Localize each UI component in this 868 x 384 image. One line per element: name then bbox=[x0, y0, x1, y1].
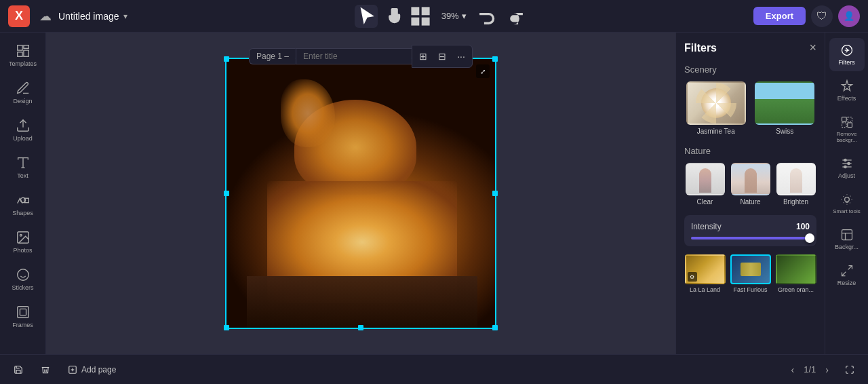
close-panel-button[interactable]: × bbox=[809, 41, 816, 55]
rt-label-effects: Effects bbox=[837, 95, 856, 102]
filter-name-brighten: Brighten bbox=[783, 198, 808, 206]
center-tools: 39% ▾ bbox=[355, 5, 526, 28]
rt-item-effects[interactable]: Effects bbox=[829, 74, 865, 107]
intensity-value: 100 bbox=[796, 222, 810, 231]
zoom-selector[interactable]: 39% ▾ bbox=[436, 8, 472, 24]
filter-item-lalaland[interactable]: ⚙ La La Land bbox=[684, 254, 726, 293]
sidebar-item-stickers[interactable]: Stickers bbox=[4, 262, 42, 296]
filter-item-brighten[interactable]: Brighten bbox=[775, 163, 816, 206]
svg-point-28 bbox=[844, 166, 846, 168]
app-logo[interactable]: X bbox=[8, 5, 30, 27]
filter-thumb-brighten[interactable] bbox=[776, 163, 816, 195]
svg-rect-21 bbox=[842, 123, 846, 128]
rt-item-filters[interactable]: Filters bbox=[829, 38, 865, 71]
rt-item-smart-tools[interactable]: Smart tools bbox=[829, 187, 865, 220]
page-indicator: 1/1 bbox=[804, 364, 816, 375]
filter-item-furious[interactable]: Fast Furious bbox=[730, 254, 771, 293]
intensity-label: Intensity bbox=[691, 222, 722, 231]
intensity-slider-fill bbox=[691, 237, 810, 239]
delete-button[interactable] bbox=[35, 362, 56, 377]
title-chevron-icon[interactable]: ▾ bbox=[123, 12, 127, 21]
handle-bottom-mid[interactable] bbox=[358, 325, 363, 330]
svg-rect-5 bbox=[23, 45, 28, 49]
sidebar-item-photos[interactable]: Photos bbox=[4, 225, 42, 259]
rt-item-adjust[interactable]: Adjust bbox=[829, 151, 865, 185]
sidebar-item-text[interactable]: Text bbox=[4, 150, 42, 185]
export-button[interactable]: Export bbox=[753, 7, 806, 25]
redo-button[interactable] bbox=[503, 5, 526, 28]
expand-icon[interactable]: ⤢ bbox=[476, 64, 490, 78]
layout-tool-button[interactable] bbox=[409, 5, 432, 28]
rt-label-filters: Filters bbox=[838, 59, 855, 66]
sidebar-item-design[interactable]: Design bbox=[4, 75, 42, 110]
fullscreen-button[interactable] bbox=[840, 362, 860, 377]
filter-item-swiss[interactable]: Swiss bbox=[753, 81, 817, 135]
sidebar-item-upload[interactable]: Upload bbox=[4, 113, 42, 147]
handle-mid-right[interactable] bbox=[492, 191, 498, 196]
save-button[interactable] bbox=[8, 362, 28, 377]
handle-top-left[interactable] bbox=[224, 56, 229, 62]
filter-name-furious: Fast Furious bbox=[733, 286, 767, 293]
filter-item-green[interactable]: Green oran... bbox=[775, 254, 816, 293]
rt-item-remove-bg[interactable]: Remove backgr... bbox=[829, 110, 865, 149]
canvas-content[interactable]: ⤢ bbox=[46, 33, 675, 354]
intensity-header: Intensity 100 bbox=[691, 222, 810, 231]
filters-panel: Filters × Scenery Jasmine Tea bbox=[675, 33, 825, 354]
page-label: Page 1 – bbox=[249, 48, 296, 64]
rt-label-smart-tools: Smart tools bbox=[833, 208, 860, 214]
svg-rect-0 bbox=[411, 7, 419, 15]
page-crop-button[interactable]: ⊞ bbox=[414, 47, 433, 66]
user-avatar[interactable]: 👤 bbox=[838, 5, 860, 27]
sidebar-item-design-label: Design bbox=[13, 98, 32, 104]
rt-label-resize: Resize bbox=[837, 280, 856, 286]
svg-point-29 bbox=[844, 197, 849, 202]
handle-top-right[interactable] bbox=[492, 56, 498, 62]
intensity-slider-track[interactable] bbox=[691, 237, 810, 239]
sidebar-item-shapes[interactable]: Shapes bbox=[4, 187, 42, 222]
topbar: X ☁ Untitled image ▾ 39% ▾ Export 🛡 👤 bbox=[0, 0, 868, 33]
filter-thumb-swiss[interactable] bbox=[755, 81, 814, 125]
page-title-input[interactable] bbox=[296, 48, 412, 64]
select-tool-button[interactable] bbox=[355, 5, 378, 28]
document-title: Untitled image bbox=[58, 11, 119, 22]
undo-button[interactable] bbox=[476, 5, 499, 28]
image-frame[interactable]: ⤢ bbox=[225, 58, 496, 329]
page-more-button[interactable]: ··· bbox=[452, 47, 471, 66]
prev-page-button[interactable]: ‹ bbox=[787, 363, 799, 377]
sidebar-item-templates[interactable]: Templates bbox=[4, 38, 42, 73]
add-page-button[interactable]: Add page bbox=[62, 362, 121, 377]
filter-item-jasmine[interactable]: Jasmine Tea bbox=[684, 81, 748, 135]
handle-mid-left[interactable] bbox=[224, 191, 229, 196]
svg-rect-22 bbox=[847, 123, 852, 128]
svg-rect-1 bbox=[421, 7, 429, 15]
cloud-icon: ☁ bbox=[39, 9, 52, 24]
rt-item-resize[interactable]: Resize bbox=[829, 258, 865, 292]
filter-thumb-lalaland[interactable]: ⚙ bbox=[685, 254, 726, 284]
filter-name-green: Green oran... bbox=[778, 286, 814, 293]
handle-bottom-right[interactable] bbox=[492, 325, 498, 330]
sidebar-item-photos-label: Photos bbox=[13, 247, 32, 254]
filter-item-clear[interactable]: Clear bbox=[684, 163, 726, 206]
hand-tool-button[interactable] bbox=[382, 5, 405, 28]
filter-thumb-furious[interactable] bbox=[730, 254, 771, 284]
intensity-slider-thumb[interactable] bbox=[805, 233, 814, 243]
filter-item-nature[interactable]: Nature bbox=[730, 163, 771, 206]
filter-thumb-jasmine[interactable] bbox=[686, 81, 746, 125]
rt-item-backgr[interactable]: Backgr... bbox=[829, 223, 865, 256]
title-area: Untitled image ▾ bbox=[58, 11, 127, 22]
page-grid-button[interactable]: ⊟ bbox=[433, 47, 452, 66]
panel-title: Filters bbox=[684, 42, 717, 54]
filter-thumb-clear[interactable] bbox=[686, 163, 725, 195]
filter-name-nature: Nature bbox=[740, 198, 760, 206]
settings-overlay-icon: ⚙ bbox=[688, 272, 697, 282]
shield-icon[interactable]: 🛡 bbox=[811, 5, 833, 27]
filter-thumb-green[interactable] bbox=[776, 254, 816, 284]
svg-rect-20 bbox=[847, 117, 852, 122]
sidebar-item-frames[interactable]: Frames bbox=[4, 299, 42, 334]
next-page-button[interactable]: › bbox=[821, 363, 833, 377]
filter-name-jasmine: Jasmine Tea bbox=[697, 128, 735, 135]
svg-rect-7 bbox=[17, 52, 22, 56]
filter-thumb-nature[interactable] bbox=[731, 163, 770, 195]
rt-label-remove-bg: Remove backgr... bbox=[832, 131, 862, 143]
handle-bottom-left[interactable] bbox=[224, 325, 229, 330]
